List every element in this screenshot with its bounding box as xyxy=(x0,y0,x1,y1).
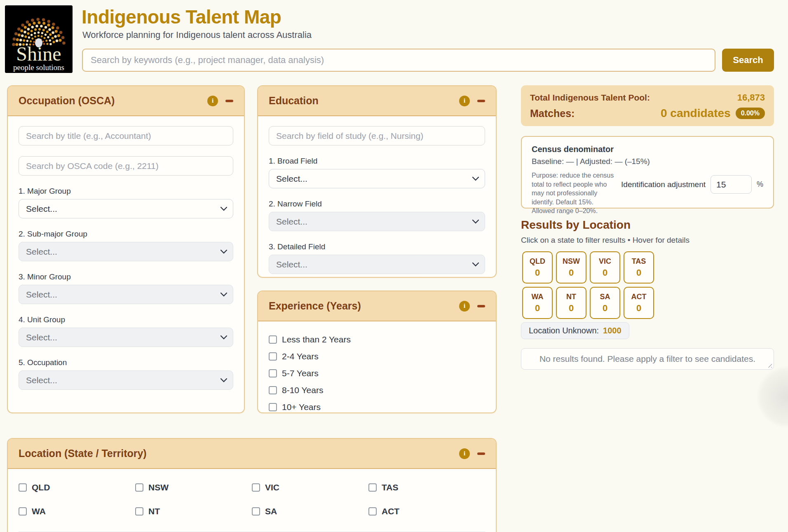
location-panel-body: QLD NSW VIC TAS WA xyxy=(8,469,496,532)
search-button[interactable]: Search xyxy=(722,49,774,72)
occupation-panel: Occupation (OSCA) i 1. Major Group Selec… xyxy=(7,85,245,413)
matches-label: Matches: xyxy=(530,108,575,120)
census-denominator-card: Census denominator Baseline: — | Adjuste… xyxy=(521,136,774,209)
collapse-icon[interactable] xyxy=(477,452,485,455)
matches-value: 0 candidates xyxy=(661,107,731,120)
census-baseline: Baseline: — | Adjusted: — (–15%) xyxy=(532,157,763,166)
info-icon[interactable]: i xyxy=(459,96,470,106)
page-title: Indigenous Talent Map xyxy=(82,6,281,28)
state-tile-wa[interactable]: WA 0 xyxy=(522,287,553,319)
info-icon[interactable]: i xyxy=(459,301,470,312)
occupation-title-search-input[interactable] xyxy=(19,126,233,145)
state-option-row: SA xyxy=(252,506,368,516)
state-option-label: TAS xyxy=(382,483,398,492)
sub-major-group-label: 2. Sub-major Group xyxy=(19,230,233,239)
field-of-study-search-input[interactable] xyxy=(269,126,485,145)
tile-count-value: 0 xyxy=(636,267,641,278)
census-purpose-text: Purpose: reduce the census total to refl… xyxy=(532,171,615,216)
occupation-panel-header: Occupation (OSCA) i xyxy=(8,86,244,116)
logo-brand-text: Shine xyxy=(16,43,61,65)
state-option-row: NT xyxy=(135,506,252,516)
results-by-location-hint: Click on a state to filter results • Hov… xyxy=(521,236,690,245)
state-tile-nt[interactable]: NT 0 xyxy=(556,287,586,319)
identification-adjustment-label: Identification adjustment xyxy=(621,180,706,189)
experience-panel-title: Experience (Years) xyxy=(269,300,361,312)
broad-field-label: 1. Broad Field xyxy=(269,157,485,166)
state-option-row: WA xyxy=(19,506,135,516)
state-option-label: VIC xyxy=(265,483,279,492)
state-checkbox-grid: QLD NSW VIC TAS WA xyxy=(19,483,485,523)
experience-5-7-checkbox[interactable] xyxy=(269,369,277,377)
state-option-label: QLD xyxy=(32,483,50,492)
state-option-row: VIC xyxy=(252,483,368,492)
collapse-icon[interactable] xyxy=(477,305,485,307)
occupation-code-search-input[interactable] xyxy=(19,156,233,176)
state-nsw-checkbox[interactable] xyxy=(135,483,143,492)
shine-logo: Shine people solutions xyxy=(5,5,73,73)
state-tile-vic[interactable]: VIC 0 xyxy=(590,251,620,284)
keyword-search-bar: Search xyxy=(82,49,774,72)
experience-option-row: 2-4 Years xyxy=(269,352,485,361)
state-tile-tas[interactable]: TAS 0 xyxy=(624,251,654,284)
minor-group-label: 3. Minor Group xyxy=(19,272,233,281)
location-unknown-value: 1000 xyxy=(603,326,621,335)
state-sa-checkbox[interactable] xyxy=(252,507,260,516)
state-act-checkbox[interactable] xyxy=(368,507,377,516)
experience-option-label: Less than 2 Years xyxy=(282,335,351,345)
experience-option-label: 10+ Years xyxy=(282,402,321,412)
experience-2-4-checkbox[interactable] xyxy=(269,352,277,361)
state-option-label: SA xyxy=(265,506,277,516)
total-pool-label: Total Indigenous Talent Pool: xyxy=(530,93,650,103)
census-title: Census denominator xyxy=(532,145,763,154)
no-results-box: No results found. Please apply a filter … xyxy=(521,348,774,370)
collapse-icon[interactable] xyxy=(477,100,485,102)
experience-option-row: 5-7 Years xyxy=(269,368,485,378)
resize-grip-icon[interactable] xyxy=(767,362,772,368)
tile-state-label: SA xyxy=(600,293,610,301)
state-vic-checkbox[interactable] xyxy=(252,483,260,492)
state-tile-qld[interactable]: QLD 0 xyxy=(522,251,553,284)
info-icon[interactable]: i xyxy=(207,96,218,106)
location-panel-header: Location (State / Territory) i xyxy=(8,439,496,469)
state-tile-nsw[interactable]: NSW 0 xyxy=(556,251,586,284)
total-pool-value: 16,873 xyxy=(737,92,765,103)
tile-state-label: NSW xyxy=(563,257,580,266)
info-icon[interactable]: i xyxy=(459,448,470,459)
location-panel: Location (State / Territory) i QLD NSW V… xyxy=(7,438,497,532)
state-option-label: WA xyxy=(32,506,46,516)
collapse-icon[interactable] xyxy=(225,100,233,102)
state-nt-checkbox[interactable] xyxy=(135,507,143,516)
talent-pool-stats-card: Total Indigenous Talent Pool: 16,873 Mat… xyxy=(521,85,774,126)
occupation-panel-title: Occupation (OSCA) xyxy=(19,95,115,107)
narrow-field-label: 2. Narrow Field xyxy=(269,199,485,209)
state-tile-sa[interactable]: SA 0 xyxy=(590,287,620,319)
experience-8-10-checkbox[interactable] xyxy=(269,386,277,394)
state-tas-checkbox[interactable] xyxy=(368,483,377,492)
experience-10plus-checkbox[interactable] xyxy=(269,403,277,411)
experience-panel: Experience (Years) i Less than 2 Years 2… xyxy=(257,291,497,413)
state-option-row: QLD xyxy=(19,483,135,492)
experience-option-row: Less than 2 Years xyxy=(269,335,485,345)
tile-count-value: 0 xyxy=(636,303,641,314)
experience-lt2-checkbox[interactable] xyxy=(269,335,277,344)
keyword-search-input[interactable] xyxy=(82,49,715,72)
experience-option-label: 5-7 Years xyxy=(282,368,319,378)
app-root: Shine people solutions Indigenous Talent… xyxy=(0,0,788,532)
logo-tagline-text: people solutions xyxy=(13,63,64,72)
narrow-field-select: Select... xyxy=(269,212,485,231)
tile-count-value: 0 xyxy=(603,267,607,278)
tile-state-label: VIC xyxy=(599,257,611,266)
state-wa-checkbox[interactable] xyxy=(19,507,27,516)
shine-logo-art: Shine people solutions xyxy=(5,5,73,73)
state-qld-checkbox[interactable] xyxy=(19,483,27,492)
education-panel-body: 1. Broad Field Select... 2. Narrow Field… xyxy=(258,116,496,278)
tile-state-label: TAS xyxy=(632,257,646,266)
broad-field-select[interactable]: Select... xyxy=(269,169,485,188)
state-tile-act[interactable]: ACT 0 xyxy=(624,287,654,319)
identification-adjustment-input[interactable] xyxy=(711,175,752,194)
unit-group-select: Select... xyxy=(19,328,233,347)
major-group-select[interactable]: Select... xyxy=(19,199,233,218)
floating-button-partial xyxy=(757,366,788,428)
detailed-field-label: 3. Detailed Field xyxy=(269,242,485,251)
location-unknown-pill: Location Unknown: 1000 xyxy=(521,322,629,339)
